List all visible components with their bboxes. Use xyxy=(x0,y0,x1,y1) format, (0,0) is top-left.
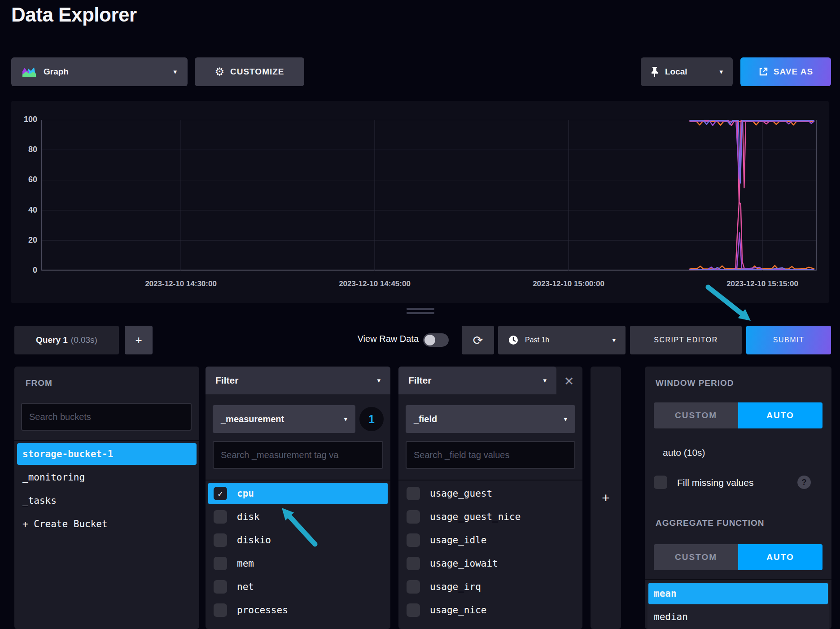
bucket-list-item[interactable]: + Create Bucket xyxy=(17,513,197,535)
measurement-search-input[interactable] xyxy=(213,441,383,469)
tag-key-dropdown-measurement[interactable]: _measurement ▾ xyxy=(213,405,355,433)
query-tab[interactable]: Query 1 (0.03s) xyxy=(14,326,119,354)
tag-key-label: _field xyxy=(414,414,437,424)
measurement-value-item-label: net xyxy=(237,581,254,592)
window-period-mode-toggle[interactable]: CUSTOM AUTO xyxy=(654,402,822,428)
checkbox-unchecked[interactable] xyxy=(407,580,420,594)
window-period-value: auto (10s) xyxy=(663,447,705,458)
field-value-item-label: usage_guest_nice xyxy=(430,511,521,522)
checkbox-unchecked[interactable] xyxy=(214,603,227,617)
bucket-list-item-label: + Create Bucket xyxy=(22,519,108,529)
auto-option[interactable]: AUTO xyxy=(738,402,822,428)
aggregate-function-item[interactable]: mean xyxy=(648,583,828,604)
bucket-list: storage-bucket-1_monitoring_tasks+ Creat… xyxy=(17,443,197,537)
measurement-value-item[interactable]: ✓cpu xyxy=(208,483,388,504)
field-value-item-label: usage_irq xyxy=(430,581,481,592)
chart-series-line-4 xyxy=(690,120,814,183)
bucket-list-item[interactable]: _tasks xyxy=(17,490,197,511)
submit-button[interactable]: SUBMIT xyxy=(746,326,831,354)
time-range-dropdown[interactable]: Past 1h ▾ xyxy=(498,326,626,354)
measurement-value-list: ✓cpudiskdiskiomemnetprocesses xyxy=(208,483,388,623)
graph-panel: 100806040200 2023-12-10 14:30:002023-12-… xyxy=(11,101,829,303)
filter-type-dropdown[interactable]: Filter ▾ xyxy=(398,367,556,394)
field-value-item[interactable]: usage_irq xyxy=(401,576,580,598)
auto-option[interactable]: AUTO xyxy=(738,544,822,570)
filter-type-dropdown[interactable]: Filter ▾ xyxy=(206,367,390,394)
field-value-item[interactable]: usage_guest xyxy=(401,483,580,504)
checkbox-unchecked[interactable] xyxy=(407,557,420,570)
bucket-list-item-label: storage-bucket-1 xyxy=(22,449,113,459)
bucket-search-input[interactable] xyxy=(21,403,192,431)
field-value-list: usage_guestusage_guest_niceusage_idleusa… xyxy=(401,483,580,623)
export-icon xyxy=(758,67,768,77)
checkbox-unchecked[interactable] xyxy=(214,533,227,547)
view-raw-data-toggle[interactable] xyxy=(423,333,449,347)
chart-series-line-7 xyxy=(690,233,814,269)
x-axis-tick: 2023-12-10 15:00:00 xyxy=(515,280,622,288)
checkbox-unchecked[interactable] xyxy=(407,603,420,617)
chevron-down-icon: ▾ xyxy=(344,415,347,423)
clock-icon xyxy=(508,335,519,345)
aggregate-function-header: AGGREGATE FUNCTION xyxy=(656,518,764,528)
tag-key-dropdown-field[interactable]: _field ▾ xyxy=(406,405,575,433)
query-duration: (0.03s) xyxy=(71,335,97,345)
custom-option[interactable]: CUSTOM xyxy=(654,544,738,570)
plus-icon: + xyxy=(602,490,610,506)
save-as-button[interactable]: SAVE AS xyxy=(740,57,831,86)
field-value-item[interactable]: usage_guest_nice xyxy=(401,506,580,528)
close-icon[interactable]: ✕ xyxy=(562,375,576,388)
page-title: Data Explorer xyxy=(11,4,137,26)
chevron-down-icon: ▾ xyxy=(564,415,567,423)
gear-icon: ⚙ xyxy=(214,66,225,78)
field-value-item[interactable]: usage_idle xyxy=(401,529,580,551)
aggregate-mode-toggle[interactable]: CUSTOM AUTO xyxy=(654,544,822,570)
graph-type-icon xyxy=(22,66,36,78)
fill-missing-values-checkbox[interactable] xyxy=(654,476,667,489)
add-query-button[interactable]: + xyxy=(125,326,153,354)
measurement-value-item[interactable]: diskio xyxy=(208,529,388,551)
y-axis-tick: 40 xyxy=(14,205,37,215)
timezone-dropdown[interactable]: Local ▾ xyxy=(641,57,733,86)
field-value-item[interactable]: usage_iowait xyxy=(401,553,580,574)
help-icon[interactable]: ? xyxy=(797,476,811,489)
measurement-value-item-label: diskio xyxy=(237,535,271,546)
script-editor-button[interactable]: SCRIPT EDITOR xyxy=(630,326,742,354)
view-raw-data-label: View Raw Data xyxy=(343,334,419,344)
measurement-value-item[interactable]: mem xyxy=(208,553,388,574)
field-value-item-label: usage_guest xyxy=(430,488,492,499)
chevron-down-icon: ▾ xyxy=(377,376,381,384)
visualization-type-dropdown[interactable]: Graph ▾ xyxy=(11,57,188,86)
checkbox-unchecked[interactable] xyxy=(407,487,420,500)
visualization-type-label: Graph xyxy=(44,67,69,77)
field-search-input[interactable] xyxy=(406,441,575,469)
refresh-button[interactable]: ⟳ xyxy=(462,326,494,354)
custom-option[interactable]: CUSTOM xyxy=(654,402,738,428)
measurement-value-item[interactable]: net xyxy=(208,576,388,598)
checkbox-unchecked[interactable] xyxy=(214,580,227,594)
customize-button[interactable]: ⚙ CUSTOMIZE xyxy=(195,57,304,86)
field-value-item[interactable]: usage_nice xyxy=(401,599,580,621)
checkbox-unchecked[interactable] xyxy=(407,533,420,547)
chevron-down-icon: ▾ xyxy=(173,68,177,76)
customize-label: CUSTOMIZE xyxy=(230,67,284,77)
x-axis-tick: 2023-12-10 14:30:00 xyxy=(127,280,235,288)
divider xyxy=(14,440,199,441)
bucket-list-item[interactable]: storage-bucket-1 xyxy=(17,443,197,465)
aggregate-function-item-label: median xyxy=(654,612,688,622)
line-chart-plot[interactable] xyxy=(41,120,817,271)
checkbox-unchecked[interactable] xyxy=(407,510,420,524)
resize-drag-handle[interactable] xyxy=(407,308,434,316)
save-as-label: SAVE AS xyxy=(774,67,813,77)
query-tab-name: Query 1 xyxy=(36,335,68,345)
bucket-list-item[interactable]: _monitoring xyxy=(17,467,197,488)
add-card-button[interactable]: + xyxy=(591,367,621,629)
aggregate-function-item[interactable]: median xyxy=(648,606,828,628)
window-period-panel: WINDOW PERIOD CUSTOM AUTO auto (10s) Fil… xyxy=(645,367,831,629)
measurement-value-item[interactable]: processes xyxy=(208,599,388,621)
y-axis-tick: 80 xyxy=(14,145,37,154)
checkbox-checked[interactable]: ✓ xyxy=(214,487,227,500)
checkbox-unchecked[interactable] xyxy=(214,557,227,570)
y-axis-tick: 60 xyxy=(14,175,37,184)
measurement-value-item[interactable]: disk xyxy=(208,506,388,528)
checkbox-unchecked[interactable] xyxy=(214,510,227,524)
